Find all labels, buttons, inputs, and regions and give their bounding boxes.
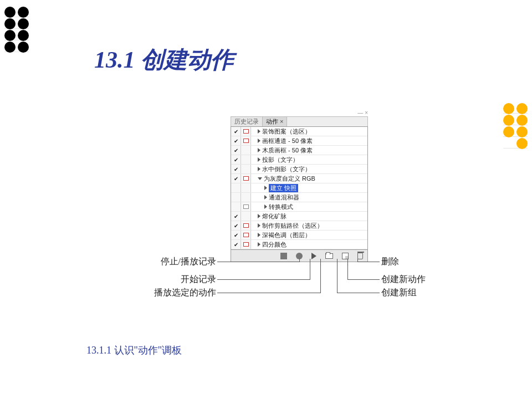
action-label: 水中倒影（文字） — [262, 165, 311, 173]
minimize-icon[interactable]: — — [357, 110, 363, 116]
toggle-checkbox[interactable]: ✔ — [231, 146, 241, 155]
action-label: 熔化矿脉 — [262, 212, 287, 221]
dialog-toggle[interactable] — [241, 165, 251, 173]
actions-list: ✔装饰图案（选区）✔画框通道 - 50 像素✔木质画框 - 50 像素✔投影（文… — [231, 126, 368, 250]
leader-line — [337, 259, 337, 293]
leader-line — [357, 262, 380, 262]
chevron-right-icon[interactable] — [258, 157, 260, 162]
dialog-toggle[interactable] — [241, 146, 251, 155]
toggle-checkbox[interactable]: ✔ — [231, 127, 241, 136]
chevron-right-icon[interactable] — [258, 148, 260, 152]
chevron-right-icon[interactable] — [258, 214, 260, 218]
chevron-right-icon[interactable] — [264, 195, 267, 200]
dialog-icon — [243, 223, 249, 228]
toggle-checkbox[interactable]: ✔ — [231, 240, 241, 249]
action-row[interactable]: 通道混和器 — [231, 193, 367, 202]
play-icon[interactable] — [311, 253, 316, 259]
dialog-toggle[interactable] — [241, 193, 251, 202]
sub-heading: 13.1.1 认识"动作"调板 — [86, 344, 182, 357]
action-label: 建立 快照 — [269, 184, 298, 192]
actions-panel: — × 历史记录 动作 ✔装饰图案（选区）✔画框通道 - 50 像素✔木质画框 … — [231, 110, 368, 262]
dialog-toggle[interactable] — [241, 221, 251, 230]
dialog-icon — [243, 129, 249, 134]
action-row[interactable]: ✔熔化矿脉 — [231, 212, 367, 221]
action-content: 木质画框 - 50 像素 — [251, 146, 367, 155]
action-content: 制作剪贴路径（选区） — [251, 222, 367, 230]
chevron-right-icon[interactable] — [258, 233, 260, 237]
action-row[interactable]: ✔水中倒影（文字） — [231, 165, 367, 174]
leader-line — [299, 259, 300, 262]
dialog-toggle[interactable] — [241, 202, 251, 211]
toggle-checkbox[interactable] — [231, 202, 241, 211]
action-row[interactable]: ✔画框通道 - 50 像素 — [231, 136, 367, 146]
toggle-checkbox[interactable]: ✔ — [231, 212, 241, 221]
action-label: 木质画框 - 50 像素 — [262, 146, 313, 155]
leader-line — [217, 262, 299, 262]
dialog-toggle[interactable] — [241, 174, 251, 183]
callout-new-action: 创建新动作 — [381, 274, 426, 285]
toggle-checkbox[interactable]: ✔ — [231, 231, 241, 239]
dialog-toggle[interactable] — [241, 183, 251, 192]
toggle-checkbox[interactable]: ✔ — [231, 165, 241, 173]
action-label: 通道混和器 — [269, 193, 299, 202]
action-content: 投影（文字） — [251, 156, 367, 164]
action-content: 深褐色调（图层） — [251, 231, 367, 239]
action-content: 四分颜色 — [251, 241, 367, 249]
new-action-icon[interactable] — [342, 253, 349, 259]
chevron-down-icon[interactable] — [258, 177, 262, 180]
toggle-checkbox[interactable]: ✔ — [231, 136, 241, 145]
panel-tabs: 历史记录 动作 — [231, 116, 368, 126]
action-row[interactable]: ✔装饰图案（选区） — [231, 127, 367, 136]
action-content: 转换模式 — [251, 203, 367, 211]
dialog-toggle[interactable] — [241, 136, 251, 145]
trash-icon[interactable] — [357, 253, 363, 259]
chevron-right-icon[interactable] — [264, 204, 267, 209]
chevron-right-icon[interactable] — [258, 242, 260, 247]
toggle-checkbox[interactable]: ✔ — [231, 155, 241, 164]
leader-line — [310, 259, 310, 280]
toggle-checkbox[interactable] — [231, 183, 241, 192]
leader-line — [347, 279, 380, 280]
action-label: 制作剪贴路径（选区） — [262, 222, 323, 230]
action-row[interactable]: ✔投影（文字） — [231, 155, 367, 165]
leader-line — [320, 259, 321, 293]
leader-line — [357, 259, 358, 262]
chevron-right-icon[interactable] — [258, 129, 260, 134]
leader-line — [217, 293, 320, 293]
action-row[interactable]: ✔制作剪贴路径（选区） — [231, 221, 367, 231]
action-row[interactable]: ✔木质画框 - 50 像素 — [231, 146, 367, 155]
decorative-dots-right — [503, 104, 528, 151]
action-label: 投影（文字） — [262, 156, 299, 164]
new-folder-icon[interactable] — [325, 253, 333, 259]
tab-history[interactable]: 历史记录 — [231, 117, 263, 126]
record-icon[interactable] — [296, 253, 303, 259]
page-title: 13.1 创建动作 — [94, 44, 234, 75]
stop-icon[interactable] — [280, 253, 287, 259]
action-row[interactable]: ✔为灰度自定义 RGB — [231, 174, 367, 183]
action-content: 水中倒影（文字） — [251, 165, 367, 173]
dialog-toggle[interactable] — [241, 155, 251, 164]
action-row[interactable]: ✔深褐色调（图层） — [231, 231, 367, 240]
chevron-right-icon[interactable] — [258, 223, 260, 228]
close-icon[interactable]: × — [365, 110, 368, 116]
action-row[interactable]: 转换模式 — [231, 202, 367, 212]
toggle-checkbox[interactable] — [231, 193, 241, 202]
action-content: 建立 快照 — [251, 184, 367, 192]
dialog-toggle[interactable] — [241, 212, 251, 221]
toggle-checkbox[interactable]: ✔ — [231, 221, 241, 230]
dialog-toggle[interactable] — [241, 231, 251, 239]
dialog-toggle[interactable] — [241, 127, 251, 136]
action-row[interactable]: 建立 快照 — [231, 183, 367, 193]
action-content: 为灰度自定义 RGB — [251, 175, 367, 183]
chevron-right-icon[interactable] — [264, 186, 267, 190]
callout-play-selected: 播放选定的动作 — [133, 287, 216, 299]
action-content: 通道混和器 — [251, 193, 367, 202]
toggle-checkbox[interactable]: ✔ — [231, 174, 241, 183]
chevron-right-icon[interactable] — [258, 167, 260, 171]
action-row[interactable]: ✔四分颜色 — [231, 240, 367, 249]
tab-actions[interactable]: 动作 — [263, 117, 287, 126]
dialog-toggle[interactable] — [241, 240, 251, 249]
decorative-dots-left — [4, 8, 29, 54]
chevron-right-icon[interactable] — [258, 139, 260, 143]
action-content: 画框通道 - 50 像素 — [251, 137, 367, 145]
